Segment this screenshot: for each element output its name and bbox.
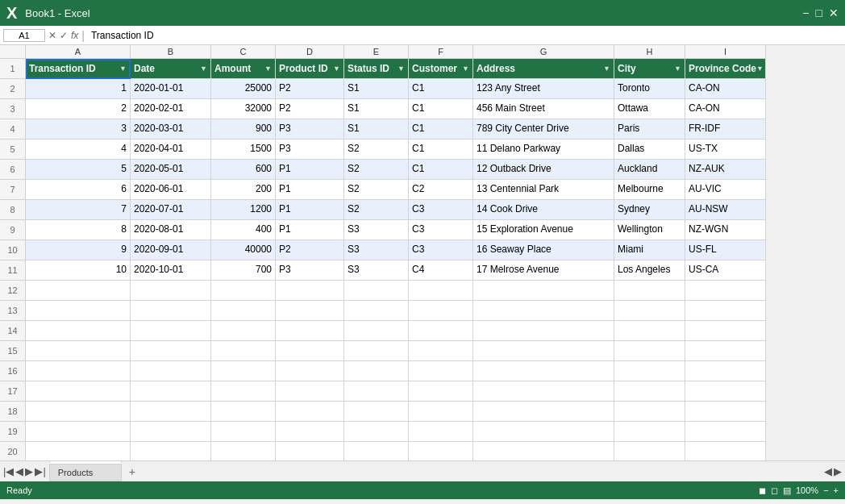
- cell-empty-r12-c1[interactable]: [131, 281, 211, 301]
- cell-empty-r12-c3[interactable]: [276, 281, 344, 301]
- filter-button-col-6[interactable]: ▼: [603, 60, 610, 77]
- cell-empty-r18-c6[interactable]: [473, 402, 614, 422]
- cell-empty-r19-c5[interactable]: [409, 422, 473, 442]
- cell-r11-c2[interactable]: 700: [211, 260, 276, 281]
- normal-view-icon[interactable]: ◼: [759, 485, 766, 496]
- filter-button-col-0[interactable]: ▼: [119, 60, 127, 77]
- cell-empty-r17-c0[interactable]: [26, 381, 131, 402]
- cell-r11-c6[interactable]: 17 Melrose Avenue: [473, 260, 614, 281]
- cell-r9-c7[interactable]: Wellington: [614, 220, 685, 240]
- filter-button-col-3[interactable]: ▼: [333, 60, 340, 77]
- cell-r6-c5[interactable]: C1: [409, 160, 473, 180]
- cell-empty-r19-c2[interactable]: [211, 422, 276, 442]
- cell-r10-c1[interactable]: 2020-09-01: [131, 240, 211, 260]
- cell-empty-r17-c3[interactable]: [276, 381, 344, 402]
- cell-empty-r15-c8[interactable]: [685, 341, 766, 361]
- cell-empty-r19-c7[interactable]: [614, 422, 685, 442]
- cell-r7-c7[interactable]: Melbourne: [614, 180, 685, 200]
- cell-r6-c1[interactable]: 2020-05-01: [131, 160, 211, 180]
- cell-empty-r14-c2[interactable]: [211, 321, 276, 341]
- insert-function-icon[interactable]: fx: [71, 30, 78, 41]
- cell-r11-c5[interactable]: C4: [409, 260, 473, 281]
- cell-empty-r20-c1[interactable]: [131, 442, 211, 460]
- cell-empty-r15-c6[interactable]: [473, 341, 614, 361]
- cell-empty-r16-c6[interactable]: [473, 361, 614, 381]
- cell-r7-c1[interactable]: 2020-06-01: [131, 180, 211, 200]
- cell-empty-r18-c8[interactable]: [685, 402, 766, 422]
- cell-empty-r14-c8[interactable]: [685, 321, 766, 341]
- cell-r4-c3[interactable]: P3: [276, 119, 344, 140]
- cell-empty-r20-c7[interactable]: [614, 442, 685, 460]
- cell-empty-r15-c2[interactable]: [211, 341, 276, 361]
- cell-r3-c2[interactable]: 32000: [211, 99, 276, 119]
- cell-empty-r12-c4[interactable]: [344, 281, 409, 301]
- page-layout-icon[interactable]: ◻: [771, 485, 778, 496]
- cell-r11-c0[interactable]: 10: [26, 260, 131, 281]
- cell-r10-c6[interactable]: 16 Seaway Place: [473, 240, 614, 260]
- cell-empty-r19-c3[interactable]: [276, 422, 344, 442]
- cell-empty-r18-c4[interactable]: [344, 402, 409, 422]
- cell-r10-c5[interactable]: C3: [409, 240, 473, 260]
- cell-r3-c4[interactable]: S1: [344, 99, 409, 119]
- filter-button-col-7[interactable]: ▼: [674, 60, 681, 77]
- cell-r9-c3[interactable]: P1: [276, 220, 344, 240]
- cell-empty-r17-c7[interactable]: [614, 381, 685, 402]
- cell-r2-c2[interactable]: 25000: [211, 79, 276, 99]
- minimize-icon[interactable]: −: [802, 6, 809, 19]
- cell-empty-r14-c4[interactable]: [344, 321, 409, 341]
- close-icon[interactable]: ✕: [829, 6, 839, 19]
- cell-empty-r18-c3[interactable]: [276, 402, 344, 422]
- cell-r11-c7[interactable]: Los Angeles: [614, 260, 685, 281]
- cell-r7-c4[interactable]: S2: [344, 180, 409, 200]
- cell-empty-r14-c5[interactable]: [409, 321, 473, 341]
- cell-empty-r13-c7[interactable]: [614, 301, 685, 321]
- cell-reference-box[interactable]: [3, 29, 45, 42]
- cell-r6-c4[interactable]: S2: [344, 160, 409, 180]
- filter-button-col-4[interactable]: ▼: [398, 60, 405, 77]
- cell-r6-c2[interactable]: 600: [211, 160, 276, 180]
- cell-r7-c3[interactable]: P1: [276, 180, 344, 200]
- cell-r4-c1[interactable]: 2020-03-01: [131, 119, 211, 140]
- cell-r8-c7[interactable]: Sydney: [614, 200, 685, 220]
- cell-r6-c8[interactable]: NZ-AUK: [685, 160, 766, 180]
- cell-r6-c0[interactable]: 5: [26, 160, 131, 180]
- cell-empty-r15-c4[interactable]: [344, 341, 409, 361]
- cell-empty-r12-c6[interactable]: [473, 281, 614, 301]
- cell-empty-r13-c8[interactable]: [685, 301, 766, 321]
- confirm-formula-icon[interactable]: ✓: [60, 30, 68, 41]
- cell-r9-c5[interactable]: C3: [409, 220, 473, 240]
- cell-empty-r12-c2[interactable]: [211, 281, 276, 301]
- cell-r2-c5[interactable]: C1: [409, 79, 473, 99]
- cell-empty-r19-c0[interactable]: [26, 422, 131, 442]
- cell-r6-c7[interactable]: Auckland: [614, 160, 685, 180]
- cell-empty-r18-c2[interactable]: [211, 402, 276, 422]
- cell-r5-c7[interactable]: Dallas: [614, 140, 685, 160]
- cell-r5-c2[interactable]: 1500: [211, 140, 276, 160]
- cell-r7-c5[interactable]: C2: [409, 180, 473, 200]
- cell-r3-c8[interactable]: CA-ON: [685, 99, 766, 119]
- cell-r8-c1[interactable]: 2020-07-01: [131, 200, 211, 220]
- cell-r10-c3[interactable]: P2: [276, 240, 344, 260]
- cell-r7-c8[interactable]: AU-VIC: [685, 180, 766, 200]
- cell-empty-r20-c4[interactable]: [344, 442, 409, 460]
- cell-empty-r15-c0[interactable]: [26, 341, 131, 361]
- cell-empty-r20-c8[interactable]: [685, 442, 766, 460]
- cell-empty-r12-c5[interactable]: [409, 281, 473, 301]
- cell-r9-c1[interactable]: 2020-08-01: [131, 220, 211, 240]
- cell-r9-c6[interactable]: 15 Exploration Avenue: [473, 220, 614, 240]
- cell-r3-c7[interactable]: Ottawa: [614, 99, 685, 119]
- cell-r5-c8[interactable]: US-TX: [685, 140, 766, 160]
- cell-r10-c7[interactable]: Miami: [614, 240, 685, 260]
- cell-empty-r14-c0[interactable]: [26, 321, 131, 341]
- formula-input[interactable]: [88, 30, 842, 41]
- cell-empty-r13-c2[interactable]: [211, 301, 276, 321]
- cell-r5-c3[interactable]: P3: [276, 140, 344, 160]
- cell-empty-r20-c5[interactable]: [409, 442, 473, 460]
- scroll-left-icon[interactable]: ◀: [824, 465, 832, 477]
- cell-empty-r13-c6[interactable]: [473, 301, 614, 321]
- cell-empty-r20-c0[interactable]: [26, 442, 131, 460]
- cell-r6-c3[interactable]: P1: [276, 160, 344, 180]
- cell-empty-r18-c7[interactable]: [614, 402, 685, 422]
- cell-r11-c1[interactable]: 2020-10-01: [131, 260, 211, 281]
- cell-empty-r19-c8[interactable]: [685, 422, 766, 442]
